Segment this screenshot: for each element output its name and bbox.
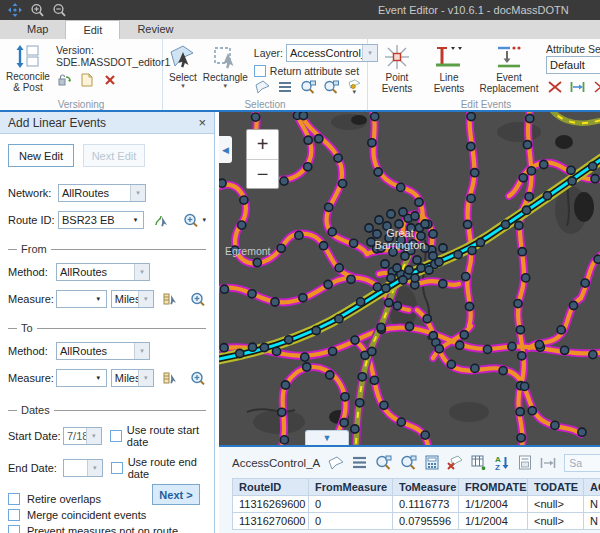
- zoom-in-icon[interactable]: [189, 370, 206, 386]
- chevron-down-icon[interactable]: ▾: [138, 370, 153, 386]
- line-events-button[interactable]: Line Events: [426, 42, 472, 98]
- zoom-in-icon[interactable]: [28, 2, 46, 18]
- chevron-down-icon[interactable]: ▾: [181, 83, 185, 89]
- attribute-list-icon[interactable]: [352, 454, 367, 471]
- route-id-select[interactable]: BSR23 EB ▾: [58, 211, 144, 229]
- merge-event-icon[interactable]: [592, 79, 600, 95]
- prevent-measures-checkbox[interactable]: [8, 525, 20, 533]
- next-edit-button[interactable]: Next Edit: [83, 144, 145, 167]
- zoom-to-selection-icon[interactable]: [300, 79, 317, 95]
- tab-map[interactable]: Map: [10, 20, 65, 39]
- zoom-out-icon[interactable]: [50, 2, 68, 18]
- new-edit-button[interactable]: New Edit: [8, 144, 74, 167]
- calculator-icon[interactable]: [425, 454, 439, 471]
- table-header-row: RouteID FromMeasure ToMeasure FROMDATE T…: [233, 479, 600, 496]
- layer-select[interactable]: AccessControl_A ▾: [286, 44, 378, 62]
- reconcile-post-button[interactable]: Reconcile & Post: [6, 42, 50, 98]
- pick-measure-icon[interactable]: [162, 291, 179, 307]
- route-zoom-button[interactable]: ▾: [183, 213, 206, 228]
- clear-selection-icon[interactable]: [447, 454, 463, 471]
- to-method-label: Method:: [8, 345, 56, 357]
- zoom-out-button[interactable]: −: [247, 159, 278, 188]
- table-toolbar: AccessControl_A AZ: [219, 447, 600, 478]
- return-attribute-checkbox[interactable]: [254, 65, 266, 77]
- attribute-list-icon[interactable]: [277, 79, 294, 95]
- town-label-great-barrington-2: Barrington: [375, 239, 426, 251]
- refresh-lock-icon[interactable]: [56, 72, 73, 88]
- town-label-great-barrington-1: Great: [386, 227, 414, 239]
- retire-overlaps-checkbox[interactable]: [8, 493, 20, 505]
- chevron-down-icon[interactable]: ▾: [86, 428, 101, 444]
- use-route-end-checkbox[interactable]: [111, 462, 123, 474]
- table-search-input[interactable]: [564, 454, 600, 472]
- go-to-measure-icon[interactable]: [540, 454, 556, 471]
- close-icon[interactable]: ×: [198, 115, 206, 130]
- sort-icon[interactable]: AZ: [495, 454, 510, 471]
- col-header[interactable]: RouteID: [233, 479, 309, 496]
- col-header[interactable]: FromMeasure: [309, 479, 393, 496]
- from-unit-select[interactable]: Miles ▾: [111, 290, 154, 308]
- pan-icon[interactable]: [6, 2, 24, 18]
- from-method-select[interactable]: AllRoutes ▾: [56, 263, 150, 281]
- table-row[interactable]: 11316270600 0 0.0795596 1/1/2004 <null> …: [233, 513, 600, 530]
- col-header[interactable]: AC: [584, 479, 600, 496]
- collapse-panel-icon[interactable]: ◀: [219, 136, 232, 163]
- new-version-icon[interactable]: [79, 72, 96, 88]
- chevron-down-icon[interactable]: ▾: [87, 460, 102, 476]
- version-label: Version:: [56, 44, 170, 56]
- event-replacement-button[interactable]: Event Replacement: [478, 42, 540, 98]
- collapse-table-icon[interactable]: ▼: [305, 430, 349, 445]
- chevron-down-icon[interactable]: ▾: [134, 264, 149, 280]
- pan-to-selection-icon[interactable]: [400, 454, 417, 471]
- next-button[interactable]: Next >: [152, 484, 200, 505]
- select-features-icon[interactable]: [328, 454, 344, 471]
- version-value: SDE.MASSDOT_editor1: [56, 56, 170, 68]
- zoom-in-button[interactable]: +: [247, 130, 278, 159]
- from-measure-input[interactable]: ▾: [56, 290, 107, 308]
- col-header[interactable]: TODATE: [528, 479, 584, 496]
- clear-selection-icon[interactable]: ▾: [346, 79, 363, 95]
- pan-to-selection-icon[interactable]: [323, 79, 340, 95]
- zoom-in-icon[interactable]: [189, 291, 206, 307]
- chevron-down-icon[interactable]: ▾: [224, 83, 228, 89]
- chevron-down-icon[interactable]: ▾: [138, 291, 153, 307]
- chevron-down-icon[interactable]: ▾: [91, 370, 106, 386]
- add-to-table-icon[interactable]: [471, 454, 487, 471]
- pick-measure-icon[interactable]: [162, 370, 179, 386]
- to-method-select[interactable]: AllRoutes ▾: [56, 342, 150, 360]
- chevron-down-icon[interactable]: ▾: [130, 185, 145, 201]
- network-select[interactable]: AllRoutes ▾: [58, 184, 146, 202]
- map-canvas[interactable]: Egremont Great Barrington ◀ + − ▼: [219, 112, 600, 445]
- prevent-measures-label: Prevent measures not on route: [27, 525, 178, 533]
- select-button[interactable]: Select ▾: [169, 42, 197, 98]
- report-icon[interactable]: [518, 454, 532, 471]
- to-unit-select[interactable]: Miles ▾: [111, 369, 154, 387]
- end-date-input[interactable]: ▾: [63, 459, 103, 477]
- town-label-egremont: Egremont: [225, 245, 271, 257]
- use-route-start-checkbox[interactable]: [110, 430, 122, 442]
- attribute-set-select[interactable]: Default: [546, 56, 600, 74]
- pick-route-icon[interactable]: [153, 212, 170, 228]
- map-zoom-control: + −: [246, 129, 279, 189]
- chevron-down-icon[interactable]: ▾: [91, 291, 106, 307]
- point-events-button[interactable]: Point Events: [374, 42, 420, 98]
- select-features-icon[interactable]: [254, 79, 271, 95]
- trim-event-icon[interactable]: [569, 79, 586, 95]
- chevron-down-icon[interactable]: ▾: [128, 212, 143, 228]
- split-event-icon[interactable]: [546, 79, 563, 95]
- table-tab-label[interactable]: AccessControl_A: [232, 457, 320, 469]
- rectangle-button[interactable]: Rectangle ▾: [203, 42, 248, 98]
- col-header[interactable]: FROMDATE: [459, 479, 528, 496]
- tab-review[interactable]: Review: [120, 20, 190, 39]
- table-row[interactable]: 11316269600 0 0.1116773 1/1/2004 <null> …: [233, 496, 600, 513]
- delete-version-icon[interactable]: [102, 72, 119, 88]
- merge-coincident-checkbox[interactable]: [8, 509, 20, 521]
- zoom-to-selection-icon[interactable]: [375, 454, 392, 471]
- tab-edit[interactable]: Edit: [65, 20, 120, 39]
- select-tool-icon: [169, 44, 196, 70]
- start-date-input[interactable]: 7/18/ ▾: [63, 427, 102, 445]
- to-measure-input[interactable]: ▾: [56, 369, 107, 387]
- chevron-down-icon[interactable]: ▾: [134, 343, 149, 359]
- col-header[interactable]: ToMeasure: [393, 479, 459, 496]
- panel-header: Add Linear Events ×: [0, 112, 214, 134]
